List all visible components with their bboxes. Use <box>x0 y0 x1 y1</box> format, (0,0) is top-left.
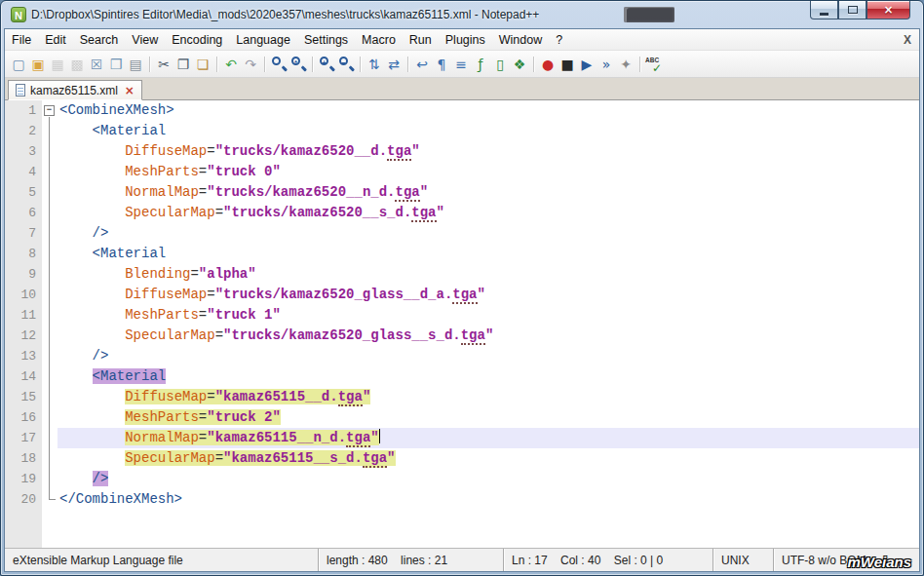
save-file-icon[interactable]: ▦ <box>48 55 67 74</box>
fold-margin <box>42 141 58 162</box>
stop-recording-icon[interactable]: ■ <box>558 55 577 74</box>
run-macro-multiple-times-icon[interactable]: » <box>597 55 616 74</box>
title-bar[interactable]: N D:\Dropbox\Spintires Editor\Media\_mod… <box>4 1 920 28</box>
fold-margin <box>42 223 58 244</box>
paste-icon[interactable]: ❏ <box>193 55 212 74</box>
toolbar-separator <box>264 57 265 72</box>
spell-check-icon[interactable]: ABC✓ <box>644 55 664 74</box>
menu-language[interactable]: Language <box>229 31 297 49</box>
fold-line <box>49 346 50 366</box>
editor-line: 12 SpecularMap="trucks/kamaz6520_glass__… <box>5 326 919 346</box>
close-file-icon[interactable]: ☒ <box>87 55 106 74</box>
sync-scroll-vertical-icon[interactable]: ⇅ <box>365 55 384 74</box>
code-text: SpecularMap="kamaz65115__s_d.tga" <box>58 448 919 469</box>
tab-kamaz65115[interactable]: kamaz65115.xml × <box>8 80 142 100</box>
start-recording-icon[interactable]: ● <box>538 55 558 74</box>
close-window-button[interactable]: × <box>866 1 910 19</box>
line-number: 10 <box>5 285 42 305</box>
fold-collapse-icon[interactable]: − <box>44 105 55 116</box>
fold-margin <box>42 469 58 489</box>
line-number: 6 <box>5 203 42 223</box>
toolbar-separator <box>407 57 408 72</box>
code-text: DiffuseMap="trucks/kamaz6520_glass__d_a.… <box>58 285 919 305</box>
menu-help[interactable]: ? <box>549 31 569 49</box>
code-text: Blending="alpha" <box>58 264 919 285</box>
fold-margin <box>42 366 58 387</box>
save-all-icon[interactable]: ▩ <box>67 55 87 74</box>
window-title: D:\Dropbox\Spintires Editor\Media\_mods\… <box>31 8 539 21</box>
editor-line: 7 /> <box>5 223 919 244</box>
undo-icon[interactable]: ↶ <box>221 55 241 74</box>
fold-margin <box>42 264 58 285</box>
open-file-icon[interactable]: ▣ <box>28 55 48 74</box>
maximize-button[interactable] <box>838 1 866 19</box>
sync-scroll-horizontal-icon[interactable]: ⇄ <box>384 55 404 74</box>
fold-line <box>49 428 50 448</box>
save-recorded-macro-icon[interactable]: ✦ <box>616 55 635 74</box>
window-controls: × <box>810 1 910 19</box>
menu-edit[interactable]: Edit <box>38 31 73 49</box>
fold-line <box>49 305 50 326</box>
tab-bar: kamaz65115.xml × <box>5 78 919 100</box>
close-all-icon[interactable]: ❒ <box>106 55 126 74</box>
fold-line <box>49 141 50 162</box>
new-file-icon[interactable]: ▢ <box>9 55 28 74</box>
minimize-button[interactable] <box>810 1 838 19</box>
find-icon[interactable] <box>269 55 289 74</box>
code-text: NormalMap="trucks/kamaz6520__n_d.tga" <box>58 182 919 203</box>
editor-line: 3 DiffuseMap="trucks/kamaz6520__d.tga" <box>5 141 919 162</box>
menu-encoding[interactable]: Encoding <box>165 31 229 49</box>
close-document-x[interactable]: X <box>904 33 911 47</box>
code-text: NormalMap="kamaz65115__n_d.tga" <box>58 428 919 448</box>
function-list-icon[interactable]: ƒ <box>471 55 490 74</box>
document-switcher-icon[interactable]: ❖ <box>510 55 529 74</box>
print-icon[interactable]: ▤ <box>126 55 145 74</box>
status-eol-format[interactable]: UNIX <box>712 549 773 571</box>
copy-icon[interactable]: ❐ <box>173 55 193 74</box>
fold-line <box>49 203 50 223</box>
cut-icon[interactable]: ✂ <box>154 55 173 74</box>
tab-close-icon[interactable]: × <box>125 85 135 96</box>
fold-line <box>49 182 50 203</box>
document-map-icon[interactable]: ▯ <box>490 55 510 74</box>
playback-icon[interactable]: ▶ <box>577 55 597 74</box>
toolbar-separator <box>149 57 150 72</box>
menu-bar: FileEditSearchViewEncodingLanguageSettin… <box>5 29 919 51</box>
zoom-out-icon[interactable]: − <box>336 55 356 74</box>
zoom-in-icon[interactable]: + <box>317 55 336 74</box>
editor-text-area[interactable]: 1−<CombineXMesh>2 <Material3 DiffuseMap=… <box>5 100 919 548</box>
fold-line <box>49 326 50 346</box>
fold-margin[interactable]: − <box>42 100 58 121</box>
menu-settings[interactable]: Settings <box>297 31 355 49</box>
replace-icon[interactable]: * <box>289 55 308 74</box>
show-all-characters-icon[interactable]: ¶ <box>432 55 451 74</box>
indent-guide-icon[interactable]: ≡ <box>451 55 471 74</box>
menu-window[interactable]: Window <box>492 31 549 49</box>
menu-file[interactable]: File <box>5 31 38 49</box>
minimize-icon <box>820 13 828 16</box>
fold-end-marker <box>49 489 50 500</box>
fold-line <box>49 285 50 305</box>
fold-margin <box>42 244 58 264</box>
menu-plugins[interactable]: Plugins <box>439 31 492 49</box>
editor-line: 19 /> <box>5 469 919 489</box>
menu-search[interactable]: Search <box>73 31 126 49</box>
editor-line: 5 NormalMap="trucks/kamaz6520__n_d.tga" <box>5 182 919 203</box>
toolbar-separator <box>360 57 361 72</box>
menu-view[interactable]: View <box>125 31 165 49</box>
menu-run[interactable]: Run <box>403 31 439 49</box>
line-number: 12 <box>5 326 42 346</box>
redo-icon[interactable]: ↷ <box>241 55 260 74</box>
fold-line <box>49 469 50 489</box>
line-number: 2 <box>5 121 42 141</box>
fold-line <box>49 407 50 428</box>
code-text: <CombineXMesh> <box>58 100 919 121</box>
status-bar: eXtensible Markup Language file length :… <box>5 548 919 571</box>
word-wrap-icon[interactable]: ↩ <box>412 55 432 74</box>
code-text: </CombineXMesh> <box>58 489 919 510</box>
toolbar-separator <box>639 57 640 72</box>
code-text: SpecularMap="trucks/kamaz6520__s_d.tga" <box>58 203 919 223</box>
editor-line: 20</CombineXMesh> <box>5 489 919 510</box>
code-text: DiffuseMap="trucks/kamaz6520__d.tga" <box>58 141 919 162</box>
menu-macro[interactable]: Macro <box>355 31 403 49</box>
